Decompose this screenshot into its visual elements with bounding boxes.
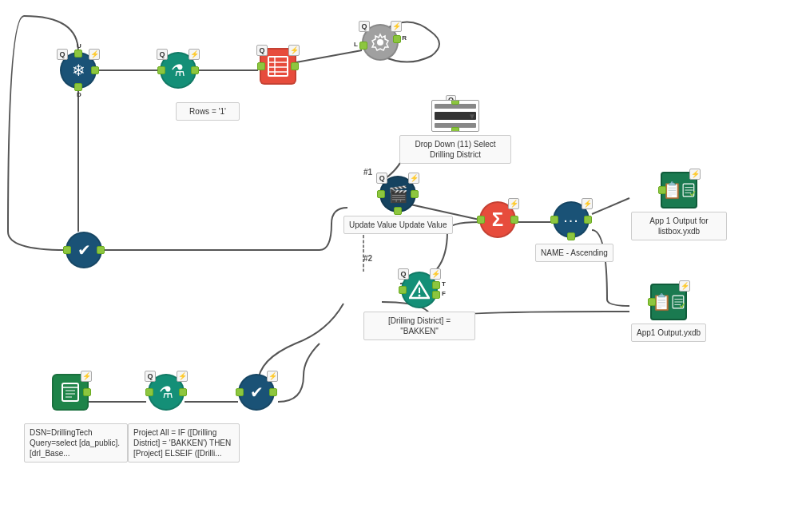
- book-icon: ⚡: [52, 374, 89, 411]
- port-left-tri: [399, 286, 407, 294]
- port-r: R: [393, 35, 401, 43]
- port-bottom-dd: [451, 127, 459, 132]
- check2-icon: ⚡ ✔: [238, 374, 275, 411]
- book-node[interactable]: ⚡: [52, 374, 89, 411]
- svg-line-5: [592, 198, 629, 214]
- check1-icon: ✔: [66, 232, 102, 268]
- triangle-icon: Q ⚡ T F: [401, 272, 438, 308]
- film-label: Update Value Update Value: [343, 216, 453, 234]
- port-bottom-film: [394, 207, 402, 215]
- table-icon: Q ⚡: [260, 48, 296, 85]
- port-top-dd: [451, 100, 459, 105]
- snowflake-icon: Q ⚡ ❄ U D: [60, 52, 97, 89]
- port-left-dots: [550, 216, 558, 224]
- port-right-film: [411, 190, 419, 198]
- dropdown-node[interactable]: Q ▼ Drop Down (11) Select Drilling Distr…: [399, 100, 511, 164]
- port-left-c1: [63, 246, 71, 254]
- flask1-node[interactable]: Q ⚡ ⚗: [160, 52, 197, 89]
- lightning-badge4: ⚡: [391, 21, 402, 32]
- output1-node[interactable]: ⚡ App 1 Output for listbox.yxdb: [631, 172, 727, 240]
- gear-node[interactable]: Q ⚡ L R: [362, 24, 399, 61]
- port-bottom-dots: [567, 232, 575, 240]
- port-right-c1: [97, 246, 105, 254]
- port-left-film: [377, 190, 385, 198]
- dots-node[interactable]: ⚡ ···: [553, 201, 590, 238]
- port-right-f2: [179, 388, 187, 396]
- lightning-badge: ⚡: [89, 49, 100, 60]
- port-right3: [291, 62, 299, 70]
- sigma-icon: ⚡ Σ: [479, 201, 516, 238]
- dots-icon: ⚡ ···: [553, 201, 590, 238]
- q-badge6: Q: [398, 268, 409, 280]
- triangle-node[interactable]: Q ⚡ T F [Drilling District] = "BAKKEN": [363, 272, 475, 340]
- flask1-icon: Q ⚡ ⚗: [160, 52, 197, 89]
- lightning-badge12: ⚡: [177, 371, 188, 382]
- output2-label: App1 Output.yxdb: [631, 324, 706, 342]
- lightning-badge7: ⚡: [582, 198, 593, 209]
- snowflake-node[interactable]: Q ⚡ ❄ U D: [60, 52, 97, 89]
- project-label: Project All = IF ([Drilling District] = …: [128, 423, 240, 463]
- dropdown-label: Drop Down (11) Select Drilling District: [399, 135, 511, 164]
- lightning-badge11: ⚡: [81, 371, 92, 382]
- q-badge7: Q: [145, 371, 156, 382]
- port-right-c2: [269, 388, 277, 396]
- port-left-f2: [145, 388, 153, 396]
- port-left-c2: [236, 388, 244, 396]
- gear-icon: Q ⚡ L R: [362, 24, 399, 61]
- output2-icon: ⚡: [650, 284, 687, 320]
- port-right: [91, 66, 99, 74]
- q-badge2: Q: [157, 49, 168, 60]
- flask2-node[interactable]: Q ⚡ ⚗: [148, 374, 185, 411]
- port-top: U: [74, 50, 82, 58]
- film-node[interactable]: Q ⚡ 🎬 Update Value Update Value: [343, 176, 453, 234]
- check2-node[interactable]: ⚡ ✔: [238, 374, 275, 411]
- lightning-badge13: ⚡: [267, 371, 278, 382]
- svg-rect-25: [62, 383, 78, 401]
- sort-label: NAME - Ascending: [535, 244, 613, 262]
- port-left: [157, 66, 165, 74]
- port-right2: [191, 66, 199, 74]
- lightning-badge3: ⚡: [288, 45, 300, 56]
- output1-label: App 1 Output for listbox.yxdb: [631, 212, 727, 240]
- output2-node[interactable]: ⚡ App1 Output.yxdb: [631, 284, 706, 342]
- port-right-book: [83, 388, 91, 396]
- lightning-badge8: ⚡: [689, 169, 701, 180]
- port-left-out2: [648, 298, 656, 306]
- q-badge3: Q: [256, 45, 268, 56]
- lightning-badge10: ⚡: [430, 268, 441, 280]
- svg-point-13: [377, 39, 383, 46]
- svg-line-2: [296, 50, 362, 62]
- filter-label: [Drilling District] = "BAKKEN": [363, 312, 475, 340]
- sigma-node[interactable]: ⚡ Σ: [479, 201, 516, 238]
- port-bottom: D: [74, 83, 82, 91]
- lightning-badge2: ⚡: [189, 49, 200, 60]
- q-badge5: Q: [376, 173, 387, 184]
- port-l: L: [359, 42, 367, 50]
- rows-label: Rows = '1': [176, 102, 240, 121]
- film-icon: Q ⚡ 🎬: [379, 176, 416, 212]
- svg-rect-8: [268, 57, 288, 76]
- hash2-label: #2: [363, 254, 372, 263]
- lightning-badge9: ⚡: [679, 280, 690, 292]
- lightning-badge5: ⚡: [408, 173, 419, 184]
- port-left-out1: [658, 186, 666, 194]
- port-f: F: [432, 291, 440, 299]
- lightning-badge6: ⚡: [508, 198, 519, 209]
- port-left-sigma: [477, 216, 485, 224]
- output1-icon: ⚡: [661, 172, 697, 208]
- table-node[interactable]: Q ⚡: [260, 48, 296, 85]
- port-right-dots: [584, 216, 592, 224]
- dsn-label: DSN=DrillingTech Query=select [da_public…: [24, 423, 128, 463]
- check1-node[interactable]: ✔: [66, 232, 102, 268]
- workflow-canvas: Q ⚡ ❄ U D Q ⚡ ⚗ Rows = '1' Q ⚡: [0, 0, 798, 532]
- dropdown-icon: ▼: [431, 100, 479, 132]
- q-badge4: Q: [359, 21, 370, 32]
- q-badge: Q: [57, 49, 68, 60]
- flask2-icon: Q ⚡ ⚗: [148, 374, 185, 411]
- port-left2: [257, 62, 265, 70]
- port-right-sigma: [510, 216, 518, 224]
- port-t: T: [432, 281, 440, 289]
- svg-point-24: [419, 295, 421, 297]
